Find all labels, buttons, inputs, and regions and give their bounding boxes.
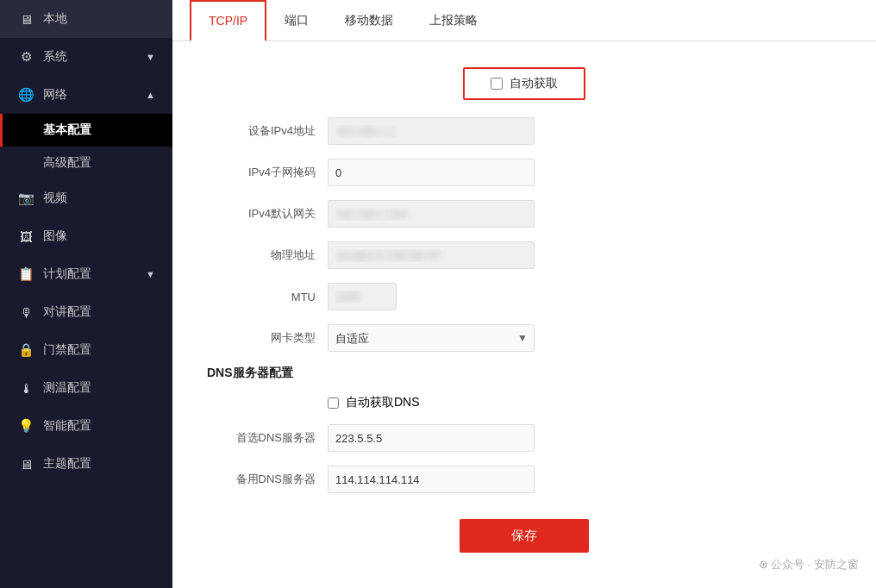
- auto-fetch-box-inner: 自动获取: [463, 67, 585, 100]
- sidebar-sub-label-advanced-config: 高级配置: [43, 155, 91, 171]
- mtu-input[interactable]: [328, 283, 397, 310]
- sidebar-sub-label-basic-config: 基本配置: [43, 122, 91, 138]
- sidebar-item-image[interactable]: 🖼 图像: [0, 217, 172, 255]
- sidebar-item-video[interactable]: 📷 视频: [0, 179, 172, 217]
- main-area: TCP/IP 端口 移动数据 上报策略 自动获取 设备IPv4地址 IPv4子网…: [172, 0, 876, 588]
- tab-bar: TCP/IP 端口 移动数据 上报策略: [172, 0, 876, 41]
- sidebar-label-network: 网络: [43, 87, 146, 103]
- mtu-row: MTU: [207, 283, 842, 310]
- dns-section-title: DNS服务器配置: [207, 366, 842, 381]
- mtu-label: MTU: [207, 291, 328, 303]
- backup-dns-row: 备用DNS服务器: [207, 466, 842, 493]
- image-icon: 🖼: [17, 228, 34, 245]
- ipv4-gateway-row: IPv4默认网关: [207, 200, 842, 228]
- network-icon: 🌐: [17, 86, 34, 103]
- auto-fetch-checkbox[interactable]: [491, 78, 503, 90]
- sidebar-label-video: 视频: [43, 191, 155, 206]
- ipv4-address-input[interactable]: [328, 117, 535, 145]
- network-arrow: ▲: [146, 90, 155, 100]
- tab-mobile[interactable]: 移动数据: [327, 0, 411, 41]
- nic-type-select-wrapper: 自适应 10M半双工 10M全双工 100M半双工 100M全双工 ▼: [328, 324, 535, 352]
- auto-dns-check-area: 自动获取DNS: [328, 395, 420, 410]
- auto-dns-label[interactable]: 自动获取DNS: [346, 395, 420, 410]
- sidebar: 🖥 本地 ⚙ 系统 ▼ 🌐 网络 ▲ 基本配置 高级配置 📷 视频 🖼 图像 📋…: [0, 0, 172, 588]
- auto-dns-checkbox[interactable]: [328, 397, 339, 409]
- intercom-icon: 🎙: [17, 303, 34, 321]
- sidebar-sub-item-advanced-config[interactable]: 高级配置: [0, 147, 172, 179]
- sidebar-label-theme: 主题配置: [43, 456, 155, 472]
- ipv4-address-label: 设备IPv4地址: [207, 123, 328, 139]
- save-button[interactable]: 保存: [460, 519, 589, 553]
- sidebar-item-intercom[interactable]: 🎙 对讲配置: [0, 293, 172, 331]
- sidebar-label-plan: 计划配置: [43, 266, 146, 282]
- tab-report[interactable]: 上报策略: [411, 0, 496, 41]
- sidebar-label-access: 门禁配置: [43, 342, 155, 358]
- smart-icon: 💡: [17, 417, 34, 435]
- backup-dns-label: 备用DNS服务器: [207, 472, 328, 487]
- auto-fetch-label[interactable]: 自动获取: [510, 76, 558, 91]
- content-area: 自动获取 设备IPv4地址 IPv4子网掩码 IPv4默认网关 物理地址 MTU: [172, 41, 876, 588]
- sidebar-item-system[interactable]: ⚙ 系统 ▼: [0, 38, 172, 76]
- ipv4-gateway-label: IPv4默认网关: [207, 206, 328, 222]
- nic-type-row: 网卡类型 自适应 10M半双工 10M全双工 100M半双工 100M全双工 ▼: [207, 324, 842, 352]
- sidebar-item-local[interactable]: 🖥 本地: [0, 0, 172, 38]
- sidebar-label-system: 系统: [43, 49, 146, 65]
- save-area: 保存: [207, 519, 842, 553]
- local-icon: 🖥: [17, 10, 34, 28]
- theme-icon: 🖥: [17, 455, 34, 472]
- plan-arrow: ▼: [146, 269, 155, 279]
- primary-dns-row: 首选DNS服务器: [207, 424, 842, 452]
- plan-icon: 📋: [17, 266, 34, 283]
- temp-icon: 🌡: [17, 379, 34, 397]
- sidebar-label-intercom: 对讲配置: [43, 304, 155, 320]
- sidebar-item-plan[interactable]: 📋 计划配置 ▼: [0, 255, 172, 293]
- sidebar-item-theme[interactable]: 🖥 主题配置: [0, 445, 172, 483]
- tab-port[interactable]: 端口: [266, 0, 327, 41]
- system-arrow: ▼: [146, 52, 155, 62]
- ipv4-address-row: 设备IPv4地址: [207, 117, 842, 145]
- video-icon: 📷: [17, 190, 34, 207]
- sidebar-item-temp[interactable]: 🌡 测温配置: [0, 369, 172, 407]
- auto-dns-row: 自动获取DNS: [207, 395, 842, 410]
- auto-fetch-section: 自动获取: [207, 67, 842, 100]
- sidebar-item-network[interactable]: 🌐 网络 ▲: [0, 76, 172, 114]
- system-icon: ⚙: [17, 48, 34, 66]
- sidebar-label-local: 本地: [43, 11, 155, 27]
- ipv4-mask-input[interactable]: [328, 159, 535, 186]
- mac-label: 物理地址: [207, 247, 328, 263]
- sidebar-item-access[interactable]: 🔒 门禁配置: [0, 331, 172, 369]
- mac-input[interactable]: [328, 241, 535, 269]
- sidebar-label-temp: 测温配置: [43, 380, 155, 396]
- nic-type-label: 网卡类型: [207, 330, 328, 346]
- nic-type-select[interactable]: 自适应 10M半双工 10M全双工 100M半双工 100M全双工: [328, 324, 535, 352]
- sidebar-label-smart: 智能配置: [43, 418, 155, 434]
- sidebar-sub-item-basic-config[interactable]: 基本配置: [0, 114, 172, 147]
- ipv4-mask-row: IPv4子网掩码: [207, 159, 842, 186]
- primary-dns-input[interactable]: [328, 424, 535, 452]
- sidebar-item-smart[interactable]: 💡 智能配置: [0, 407, 172, 445]
- ipv4-mask-label: IPv4子网掩码: [207, 165, 328, 180]
- primary-dns-label: 首选DNS服务器: [207, 430, 328, 446]
- ipv4-gateway-input[interactable]: [328, 200, 535, 228]
- dns-section: DNS服务器配置 自动获取DNS 首选DNS服务器 备用DNS服务器: [207, 366, 842, 493]
- mac-row: 物理地址: [207, 241, 842, 269]
- access-icon: 🔒: [17, 341, 34, 359]
- backup-dns-input[interactable]: [328, 466, 535, 493]
- sidebar-label-image: 图像: [43, 228, 155, 244]
- tab-tcpip[interactable]: TCP/IP: [190, 0, 266, 41]
